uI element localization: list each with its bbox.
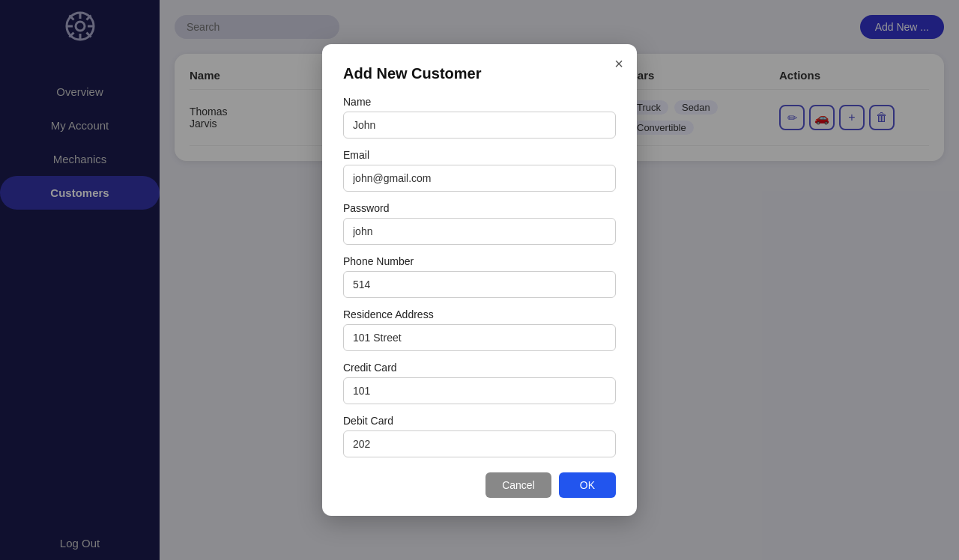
- field-address-label: Residence Address: [343, 308, 616, 320]
- field-debit-group: Debit Card: [343, 415, 616, 457]
- field-password-input[interactable]: [343, 218, 616, 245]
- modal-overlay: Add New Customer × Name Email Password P…: [0, 0, 959, 560]
- modal-title: Add New Customer: [343, 65, 616, 82]
- field-credit-label: Credit Card: [343, 362, 616, 374]
- field-address-input[interactable]: [343, 324, 616, 351]
- cancel-button[interactable]: Cancel: [485, 472, 551, 498]
- field-name-input[interactable]: [343, 112, 616, 139]
- modal-close-button[interactable]: ×: [614, 56, 623, 71]
- field-name-group: Name: [343, 96, 616, 139]
- field-email-input[interactable]: [343, 165, 616, 192]
- field-credit-input[interactable]: [343, 377, 616, 404]
- field-debit-label: Debit Card: [343, 415, 616, 427]
- field-phone-group: Phone Number: [343, 255, 616, 298]
- field-password-label: Password: [343, 202, 616, 214]
- modal-footer: Cancel OK: [343, 472, 616, 498]
- field-address-group: Residence Address: [343, 308, 616, 351]
- ok-button[interactable]: OK: [559, 472, 616, 498]
- field-credit-group: Credit Card: [343, 362, 616, 404]
- field-phone-input[interactable]: [343, 271, 616, 298]
- field-email-label: Email: [343, 149, 616, 161]
- field-debit-input[interactable]: [343, 430, 616, 457]
- field-name-label: Name: [343, 96, 616, 108]
- field-email-group: Email: [343, 149, 616, 192]
- field-password-group: Password: [343, 202, 616, 245]
- field-phone-label: Phone Number: [343, 255, 616, 267]
- add-customer-modal: Add New Customer × Name Email Password P…: [322, 44, 637, 516]
